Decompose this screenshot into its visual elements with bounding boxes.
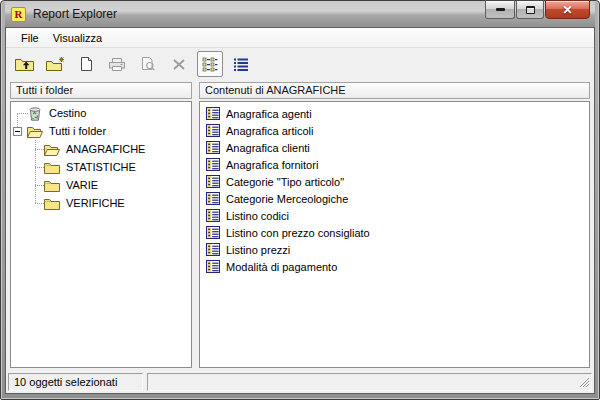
status-spacer (147, 373, 592, 391)
tree-item-label: ANAGRAFICHE (66, 143, 145, 155)
window: R Report Explorer ✕ File Visualizza (0, 0, 600, 400)
list-item-label: Categorie "Tipo articolo" (226, 176, 344, 188)
recycle-bin-icon (27, 106, 43, 121)
status-text: 10 oggetti selezionati (8, 373, 143, 391)
list-item-label: Listino con prezzo consigliato (226, 227, 370, 239)
folder-open-icon (44, 143, 60, 156)
tree-item-cestino[interactable]: Cestino (11, 104, 191, 122)
tree-connector (35, 167, 44, 168)
window-title: Report Explorer (33, 7, 117, 21)
new-folder-button[interactable] (42, 51, 68, 77)
minimize-icon (496, 8, 505, 11)
folder-pane-header: Tutti i folder (10, 82, 192, 99)
list-item[interactable]: Anagrafica clienti (200, 139, 589, 156)
contents-list-body: Anagrafica agenti Anagrafica articoli An… (199, 101, 590, 368)
list-item[interactable]: Categorie Merceologiche (200, 190, 589, 207)
delete-x-icon (172, 58, 186, 71)
list-view-icon (202, 57, 218, 72)
status-bar: 10 oggetti selezionati (6, 371, 594, 393)
tree-connector (17, 113, 18, 127)
maximize-icon (526, 6, 535, 14)
app-icon[interactable]: R (11, 7, 26, 22)
tree-connector (35, 185, 44, 186)
report-icon (206, 209, 220, 222)
list-item-label: Anagrafica articoli (226, 125, 313, 137)
list-item-label: Modalità di pagamento (226, 261, 337, 273)
tree-item-label: Tutti i folder (49, 125, 106, 137)
list-item-label: Listino codici (226, 210, 289, 222)
print-button (104, 51, 130, 77)
details-view-icon (233, 57, 249, 72)
delete-button (166, 51, 192, 77)
report-icon (206, 158, 220, 171)
report-icon (206, 260, 220, 273)
folder-closed-icon (44, 197, 60, 210)
client-area: File Visualizza (5, 27, 595, 394)
list-item[interactable]: Listino prezzi (200, 241, 589, 258)
report-icon (206, 124, 220, 137)
minimize-button[interactable] (485, 0, 515, 19)
list-item-label: Categorie Merceologiche (226, 193, 348, 205)
main-content: Tutti i folder (6, 80, 594, 371)
folder-open-icon (27, 125, 43, 138)
report-icon (206, 107, 220, 120)
list-item[interactable]: Listino con prezzo consigliato (200, 224, 589, 241)
print-preview-icon (140, 56, 156, 72)
report-icon (206, 243, 220, 256)
report-icon (206, 192, 220, 205)
tree-item-label: Cestino (49, 107, 86, 119)
print-preview-button (135, 51, 161, 77)
report-list: Anagrafica agenti Anagrafica articoli An… (200, 102, 589, 275)
list-item[interactable]: Modalità di pagamento (200, 258, 589, 275)
minus-icon (15, 131, 20, 132)
tree-item-label: VARIE (66, 179, 98, 191)
folder-closed-icon (44, 179, 60, 192)
toolbar (6, 48, 594, 80)
resize-grip-icon[interactable] (578, 376, 590, 388)
folder-new-icon (45, 56, 66, 72)
new-document-icon (78, 56, 94, 72)
menu-file[interactable]: File (14, 30, 46, 46)
title-bar[interactable]: R Report Explorer ✕ (5, 1, 595, 27)
list-item-label: Anagrafica agenti (226, 108, 312, 120)
tree-item-label: STATISTICHE (66, 161, 136, 173)
maximize-button[interactable] (516, 0, 544, 19)
report-icon (206, 226, 220, 239)
up-one-level-button[interactable] (11, 51, 37, 77)
list-item[interactable]: Categorie "Tipo articolo" (200, 173, 589, 190)
list-item[interactable]: Anagrafica articoli (200, 122, 589, 139)
close-icon: ✕ (562, 4, 572, 16)
tree-connector (35, 203, 44, 204)
list-item[interactable]: Anagrafica fornitori (200, 156, 589, 173)
contents-pane-header: Contenuti di ANAGRAFICHE (199, 82, 590, 99)
list-item-label: Anagrafica clienti (226, 142, 310, 154)
tree-item-label: VERIFICHE (66, 197, 125, 209)
details-view-button[interactable] (228, 51, 254, 77)
menu-bar: File Visualizza (6, 28, 594, 48)
list-view-button[interactable] (197, 51, 223, 77)
folder-up-icon (14, 56, 35, 72)
folder-pane: Tutti i folder (10, 82, 192, 368)
folder-tree: Cestino Tutti i folder ANAGRAFICHE (11, 102, 191, 367)
new-report-button[interactable] (73, 51, 99, 77)
folder-tree-body: Cestino Tutti i folder ANAGRAFICHE (10, 101, 192, 368)
folder-closed-icon (44, 161, 60, 174)
tree-connector (17, 113, 28, 114)
list-item-label: Anagrafica fornitori (226, 159, 318, 171)
printer-icon (108, 56, 126, 72)
report-icon (206, 175, 220, 188)
window-controls: ✕ (485, 0, 590, 19)
collapse-toggle[interactable] (13, 127, 22, 136)
list-item[interactable]: Listino codici (200, 207, 589, 224)
pane-splitter[interactable] (192, 82, 199, 368)
menu-visualizza[interactable]: Visualizza (46, 30, 109, 46)
list-item-label: Listino prezzi (226, 244, 290, 256)
tree-connector (35, 149, 44, 150)
contents-pane: Contenuti di ANAGRAFICHE Anagrafica agen… (199, 82, 590, 368)
tree-item-tutti-i-folder[interactable]: Tutti i folder (11, 122, 191, 140)
list-item[interactable]: Anagrafica agenti (200, 105, 589, 122)
report-icon (206, 141, 220, 154)
close-button[interactable]: ✕ (545, 0, 590, 19)
